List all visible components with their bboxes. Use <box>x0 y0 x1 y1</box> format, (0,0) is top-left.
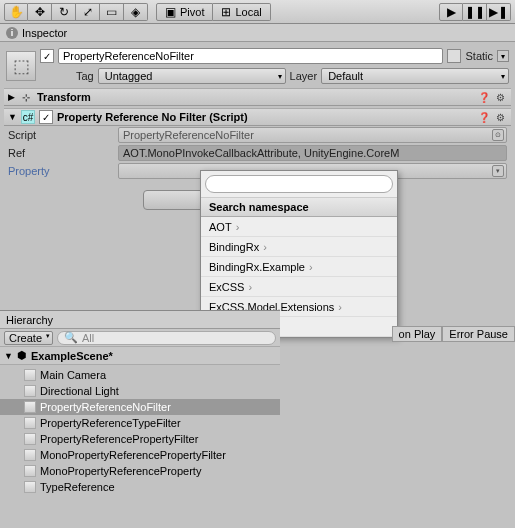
play-button[interactable]: ▶ <box>439 3 463 21</box>
gameobject-icon <box>24 417 36 429</box>
tree-item-main-camera[interactable]: Main Camera <box>0 367 280 383</box>
property-field-label: Property <box>8 165 118 177</box>
ref-field-row: Ref AOT.MonoPInvokeCallbackAttribute, Un… <box>4 144 511 162</box>
transform-icon: ◈ <box>131 6 140 18</box>
gameobject-header: ⬚ ✓ Static ▾ Tag Untagged Layer Default <box>4 46 511 86</box>
script-field-label: Script <box>8 129 118 141</box>
scale-tool-button[interactable]: ⤢ <box>76 3 100 21</box>
create-dropdown[interactable]: Create <box>4 331 53 345</box>
foldout-icon: ▼ <box>8 112 17 122</box>
gear-icon[interactable]: ⚙ <box>493 110 507 124</box>
gameobject-icon <box>24 369 36 381</box>
transform-component-header[interactable]: ▶ ⊹ Transform ❓ ⚙ <box>4 88 511 106</box>
gameobject-icon <box>24 401 36 413</box>
gameobject-icon: ⬚ <box>6 51 36 81</box>
gameobject-icon <box>24 449 36 461</box>
tree-item-typereference[interactable]: TypeReference <box>0 479 280 495</box>
script-component-header[interactable]: ▼ c# ✓ Property Reference No Filter (Scr… <box>4 108 511 126</box>
move-icon: ✥ <box>35 6 45 18</box>
static-dropdown-arrow[interactable]: ▾ <box>497 50 509 62</box>
transform-tool-button[interactable]: ◈ <box>124 3 148 21</box>
ref-field-value[interactable]: AOT.MonoPInvokeCallbackAttribute, UnityE… <box>118 145 507 161</box>
unity-scene-icon: ⬢ <box>17 349 27 362</box>
gameobject-name-input[interactable] <box>58 48 443 64</box>
help-icon[interactable]: ❓ <box>477 90 491 104</box>
hierarchy-search-input[interactable]: 🔍 All <box>57 331 276 345</box>
popup-search-area: 🔍 <box>201 171 397 197</box>
step-button[interactable]: ▶❚ <box>487 3 511 21</box>
hierarchy-panel: Hierarchy Create 🔍 All ▼ ⬢ ExampleScene*… <box>0 310 280 497</box>
tree-item-directional-light[interactable]: Directional Light <box>0 383 280 399</box>
rect-icon: ▭ <box>106 6 117 18</box>
hand-icon: ✋ <box>9 6 24 18</box>
hierarchy-tree: Main Camera Directional Light PropertyRe… <box>0 365 280 497</box>
gameobject-icon <box>24 465 36 477</box>
dropdown-button[interactable]: ▾ <box>492 165 504 177</box>
popup-title: Search namespace <box>201 197 397 217</box>
foldout-icon: ▼ <box>4 351 13 361</box>
inspector-tab[interactable]: i Inspector <box>0 24 515 42</box>
pivot-toggle-button[interactable]: ▣Pivot <box>156 3 213 21</box>
cube-icon: ⬚ <box>13 55 30 77</box>
popup-item-bindingrx[interactable]: BindingRx› <box>201 237 397 257</box>
script-field-value[interactable]: PropertyReferenceNoFilter ⊙ <box>118 127 507 143</box>
script-enable-checkbox[interactable]: ✓ <box>39 110 53 124</box>
tag-dropdown[interactable]: Untagged <box>98 68 286 84</box>
help-icon[interactable]: ❓ <box>477 110 491 124</box>
chevron-right-icon: › <box>236 221 240 233</box>
foldout-icon: ▶ <box>8 92 15 102</box>
scene-header[interactable]: ▼ ⬢ ExampleScene* <box>0 347 280 365</box>
chevron-right-icon: › <box>248 281 252 293</box>
pivot-icon: ▣ <box>165 6 176 18</box>
tree-item-monopropertyreferenceproperty[interactable]: MonoPropertyReferenceProperty <box>0 463 280 479</box>
clear-on-play-toggle[interactable]: on Play <box>392 326 443 342</box>
rotate-tool-button[interactable]: ↻ <box>52 3 76 21</box>
transform-icon: ⊹ <box>19 90 33 104</box>
gear-icon[interactable]: ⚙ <box>493 90 507 104</box>
rotate-icon: ↻ <box>59 6 69 18</box>
scale-icon: ⤢ <box>83 6 93 18</box>
scene-name: ExampleScene* <box>31 350 113 362</box>
step-icon: ▶❚ <box>489 6 508 18</box>
inspector-icon: i <box>6 27 18 39</box>
script-field-row: Script PropertyReferenceNoFilter ⊙ <box>4 126 511 144</box>
local-label: Local <box>235 6 261 18</box>
local-icon: ⊞ <box>221 6 231 18</box>
rect-tool-button[interactable]: ▭ <box>100 3 124 21</box>
ref-field-label: Ref <box>8 147 118 159</box>
layer-label: Layer <box>290 70 318 82</box>
hand-tool-button[interactable]: ✋ <box>4 3 28 21</box>
object-picker-button[interactable]: ⊙ <box>492 129 504 141</box>
search-icon: 🔍 <box>64 331 78 344</box>
chevron-right-icon: › <box>309 261 313 273</box>
static-checkbox[interactable] <box>447 49 461 63</box>
tree-item-propertyreferencepropertyfilter[interactable]: PropertyReferencePropertyFilter <box>0 431 280 447</box>
move-tool-button[interactable]: ✥ <box>28 3 52 21</box>
hierarchy-tab[interactable]: Hierarchy <box>0 311 280 329</box>
hierarchy-toolbar: Create 🔍 All <box>0 329 280 347</box>
tree-item-monopropertyreferencepropertyfilter[interactable]: MonoPropertyReferencePropertyFilter <box>0 447 280 463</box>
local-toggle-button[interactable]: ⊞Local <box>213 3 270 21</box>
console-toolbar: on Play Error Pause <box>392 326 515 342</box>
transform-title: Transform <box>37 91 473 103</box>
popup-item-bindingrx-example[interactable]: BindingRx.Example› <box>201 257 397 277</box>
pause-icon: ❚❚ <box>465 6 485 18</box>
hierarchy-tab-label: Hierarchy <box>6 314 53 326</box>
play-icon: ▶ <box>447 6 456 18</box>
popup-item-aot[interactable]: AOT› <box>201 217 397 237</box>
tree-item-propertyreferencenofilter[interactable]: PropertyReferenceNoFilter <box>0 399 280 415</box>
active-checkbox[interactable]: ✓ <box>40 49 54 63</box>
chevron-right-icon: › <box>263 241 267 253</box>
tree-item-propertyreferencetypefilter[interactable]: PropertyReferenceTypeFilter <box>0 415 280 431</box>
inspector-tab-label: Inspector <box>22 27 67 39</box>
script-icon: c# <box>21 110 35 124</box>
gameobject-icon <box>24 481 36 493</box>
gameobject-icon <box>24 433 36 445</box>
pause-button[interactable]: ❚❚ <box>463 3 487 21</box>
error-pause-toggle[interactable]: Error Pause <box>442 326 515 342</box>
script-title: Property Reference No Filter (Script) <box>57 111 473 123</box>
popup-search-input[interactable] <box>205 175 393 193</box>
layer-dropdown[interactable]: Default <box>321 68 509 84</box>
pivot-label: Pivot <box>180 6 204 18</box>
popup-item-excss[interactable]: ExCSS› <box>201 277 397 297</box>
